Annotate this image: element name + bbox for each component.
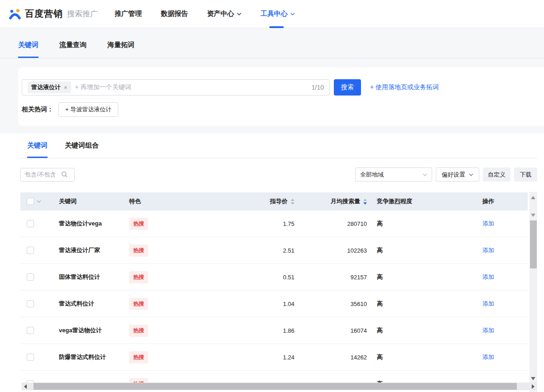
divider — [0, 58, 544, 58]
vertical-scrollbar-thumb[interactable] — [530, 220, 537, 268]
keyword-search-panel: 雷达液位计 × + 再增加一个关键词 1/10 搜索 + 使用落地页或业务拓词 … — [18, 67, 544, 126]
row-checkbox[interactable] — [27, 354, 34, 361]
scroll-right-icon[interactable] — [532, 384, 534, 389]
logo-subtitle: 搜索推广 — [67, 9, 98, 19]
table-toolbar: 全部地域 偏好设置 自定义 下载 — [20, 167, 537, 182]
tab-keywords[interactable]: 关键词 — [27, 141, 48, 158]
keyword-counter: 1/10 — [312, 84, 324, 91]
scroll-down-icon[interactable] — [531, 377, 535, 380]
cell-competition: 高 — [369, 220, 451, 228]
table-row: 雷达液位计厂家 热搜 2.51 102263 高 添加 — [20, 237, 528, 264]
table-row: vega雷达物位计 热搜 1.86 16074 高 添加 — [20, 317, 528, 344]
chevron-down-icon[interactable] — [37, 199, 41, 204]
row-checkbox[interactable] — [27, 220, 34, 227]
select-all-checkbox[interactable] — [27, 198, 34, 205]
cell-keyword: 雷达物位计vega — [52, 220, 122, 228]
add-keyword-link[interactable]: 添加 — [482, 247, 494, 253]
cell-price: 1.75 — [226, 220, 297, 227]
col-keyword: 关键词 — [52, 197, 122, 206]
chevron-down-icon — [469, 172, 473, 177]
sort-volume-control[interactable] — [363, 199, 367, 205]
nav-item-tool-center[interactable]: 工具中心 — [251, 0, 304, 28]
remove-chip-icon[interactable]: × — [64, 84, 67, 91]
row-checkbox[interactable] — [27, 247, 34, 254]
cell-price: 1.24 — [226, 354, 297, 361]
nav-item-label: 数据报告 — [161, 10, 188, 18]
chevron-down-icon — [290, 12, 295, 16]
cell-keyword: 防爆雷达式料位计 — [52, 353, 122, 361]
result-tabs: 关键词 关键词组合 — [20, 134, 537, 158]
landing-page-expand-link[interactable]: + 使用落地页或业务拓词 — [370, 83, 439, 91]
search-button[interactable]: 搜索 — [334, 79, 361, 96]
related-hotwords-label: 相关热词： — [22, 105, 53, 114]
sort-asc-icon[interactable] — [291, 199, 294, 201]
add-keyword-link[interactable]: 添加 — [482, 327, 494, 334]
cell-volume: 92157 — [297, 274, 369, 281]
cell-volume: 16074 — [297, 327, 369, 334]
download-button[interactable]: 下载 — [514, 167, 537, 182]
add-keyword-link[interactable]: 添加 — [482, 354, 494, 360]
cell-price: 2.51 — [226, 247, 297, 254]
chevron-down-icon — [423, 172, 427, 177]
cell-keyword: 雷达液位计厂家 — [52, 246, 122, 254]
hot-search-badge: 热搜 — [129, 271, 148, 283]
row-checkbox[interactable] — [27, 273, 34, 281]
col-competition: 竞争激烈程度 — [369, 197, 451, 206]
add-keyword-link[interactable]: 添加 — [482, 300, 494, 307]
cell-price: 1.86 — [226, 327, 297, 334]
preference-select-value: 偏好设置 — [442, 171, 465, 179]
region-select[interactable]: 全部地域 — [355, 167, 432, 182]
cell-competition: 高 — [369, 246, 451, 254]
col-action: 操作 — [451, 197, 528, 206]
main-menu: 推广管理 数据报告 资产中心 工具中心 — [105, 0, 304, 28]
horizontal-scrollbar[interactable] — [22, 382, 537, 390]
add-keyword-link[interactable]: 添加 — [482, 273, 494, 280]
scroll-up-icon[interactable] — [531, 196, 535, 199]
tab-keyword[interactable]: 关键词 — [18, 41, 39, 58]
tab-keyword-combos[interactable]: 关键词组合 — [65, 141, 99, 158]
scroll-left-icon[interactable] — [24, 384, 27, 389]
sort-asc-icon[interactable] — [363, 199, 367, 201]
cell-price: 0.51 — [226, 274, 297, 281]
nav-item-promotion-manage[interactable]: 推广管理 — [105, 0, 151, 28]
cell-volume: 14262 — [297, 354, 369, 361]
nav-item-label: 资产中心 — [207, 10, 234, 18]
sort-price-control[interactable] — [291, 199, 294, 205]
related-hotword-button[interactable]: + 导波雷达液位计 — [58, 102, 118, 117]
scroll-down-icon[interactable] — [531, 214, 535, 217]
keyword-result-panel: 关键词 关键词组合 全部地域 偏好设置 自定义 下载 — [0, 134, 544, 392]
cell-volume: 280710 — [297, 220, 369, 227]
vertical-scrollbar[interactable] — [530, 192, 537, 392]
sort-desc-icon[interactable] — [291, 202, 294, 205]
row-checkbox[interactable] — [27, 300, 34, 307]
include-filter[interactable] — [20, 168, 75, 182]
nav-item-data-report[interactable]: 数据报告 — [151, 0, 197, 28]
keyword-chip[interactable]: 雷达液位计 × — [28, 81, 71, 93]
chevron-down-icon — [237, 12, 241, 16]
keyword-table: 关键词 特色 指导价 月均搜索量 竞争激烈程度 操作 雷达 — [20, 192, 528, 392]
include-filter-input[interactable] — [25, 171, 61, 178]
logo-title: 百度营销 — [25, 8, 63, 20]
row-checkbox[interactable] — [27, 327, 34, 334]
baidu-marketing-logo[interactable]: 百度营销 搜索推广 — [8, 7, 98, 21]
sort-desc-icon-active[interactable] — [363, 202, 367, 205]
tab-traffic-query[interactable]: 流量查询 — [59, 41, 87, 58]
preference-select[interactable]: 偏好设置 — [436, 167, 479, 182]
add-keyword-link[interactable]: 添加 — [482, 220, 494, 227]
cell-volume: 35610 — [297, 301, 369, 307]
keyword-input[interactable]: 雷达液位计 × + 再增加一个关键词 1/10 — [22, 79, 330, 96]
col-feature: 特色 — [122, 197, 226, 206]
nav-item-label: 工具中心 — [260, 10, 288, 18]
top-navigation: 百度营销 搜索推广 推广管理 数据报告 资产中心 工具中心 — [0, 0, 544, 28]
tab-mass-expand[interactable]: 海量拓词 — [107, 41, 135, 58]
nav-item-asset-center[interactable]: 资产中心 — [197, 0, 251, 28]
col-price: 指导价 — [270, 197, 288, 206]
keyword-chip-label: 雷达液位计 — [31, 83, 61, 91]
customize-button[interactable]: 自定义 — [483, 167, 510, 182]
cell-keyword: vega雷达物位计 — [52, 326, 122, 335]
horizontal-scrollbar-thumb[interactable] — [34, 383, 517, 390]
cell-competition: 高 — [369, 326, 451, 335]
table-row: 防爆雷达式料位计 热搜 1.24 14262 高 添加 — [20, 344, 528, 371]
hot-search-badge: 热搜 — [129, 298, 148, 310]
search-icon — [61, 171, 68, 178]
